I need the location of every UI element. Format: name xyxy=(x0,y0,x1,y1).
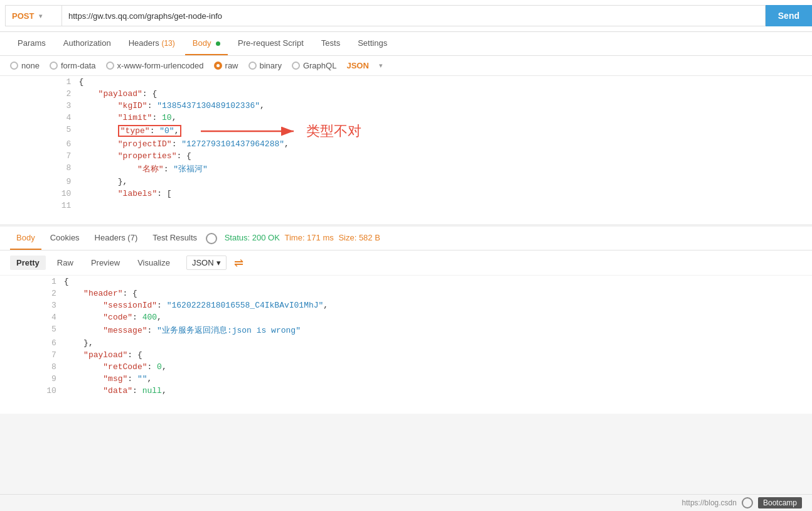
tab-headers[interactable]: Headers (13) xyxy=(121,32,183,55)
resp-tab-headers[interactable]: Headers (7) xyxy=(88,227,144,250)
req-line-5: 5 "type": "0", xyxy=(0,124,812,138)
req-line-1: 1 { xyxy=(0,76,812,88)
resp-format-dropdown[interactable]: JSON ▾ xyxy=(186,255,227,270)
fmt-visualize-btn[interactable]: Visualize xyxy=(131,255,176,270)
status-time-label: Time: 171 ms xyxy=(284,233,333,242)
resp-tab-cookies[interactable]: Cookies xyxy=(44,227,86,250)
url-input[interactable] xyxy=(61,5,766,26)
tab-tests[interactable]: Tests xyxy=(314,32,348,55)
resp-line-5: 5 "message": "业务服务返回消息:json is wrong" xyxy=(0,323,812,337)
fmt-preview-btn[interactable]: Preview xyxy=(85,255,126,270)
radio-graphql[interactable]: GraphQL xyxy=(292,61,336,70)
resp-status-section: Status: 200 OK Time: 171 ms Size: 582 B xyxy=(206,233,380,244)
body-dot-icon xyxy=(216,41,220,46)
resp-line-3: 3 "sessionId": "1620222818016558_C4IkBAv… xyxy=(0,299,812,311)
resp-format-label: JSON xyxy=(192,258,214,267)
req-line-4: 4 "limit": 10, xyxy=(0,112,812,124)
resp-format-bar: Pretty Raw Preview Visualize JSON ▾ ⇌ xyxy=(0,250,812,276)
radio-raw-icon xyxy=(214,62,222,70)
request-code-lines: 1 { 2 "payload": { 3 "kgID": "1385437130… xyxy=(0,76,812,212)
wrap-toggle-btn[interactable]: ⇌ xyxy=(234,256,243,270)
response-code-lines: 1 { 2 "header": { 3 "sessionId": "162022… xyxy=(0,276,812,397)
response-tabs-bar: Body Cookies Headers (7) Test Results St… xyxy=(0,227,812,250)
tab-body[interactable]: Body xyxy=(185,32,228,55)
resp-line-10: 10 "data": null, xyxy=(0,385,812,397)
resp-tab-test-results[interactable]: Test Results xyxy=(146,227,203,250)
resp-tab-body[interactable]: Body xyxy=(10,227,41,250)
url-bar: POST ▾ Send xyxy=(0,0,812,32)
radio-raw[interactable]: raw xyxy=(214,61,238,70)
radio-graphql-icon xyxy=(292,62,300,70)
body-type-bar: none form-data x-www-form-urlencoded raw… xyxy=(0,56,812,76)
resp-line-9: 9 "msg": "", xyxy=(0,373,812,385)
req-line-8: 8 "名称": "张福河" xyxy=(0,162,812,176)
req-line-7: 7 "properties": { xyxy=(0,150,812,162)
radio-form-data-icon xyxy=(50,62,58,70)
response-section: Body Cookies Headers (7) Test Results St… xyxy=(0,227,812,414)
request-tabs-bar: Params Authorization Headers (13) Body P… xyxy=(0,32,812,56)
resp-line-1: 1 { xyxy=(0,276,812,288)
req-line-6: 6 "projectID": "1272793101437964288", xyxy=(0,138,812,150)
tab-settings[interactable]: Settings xyxy=(350,32,395,55)
response-editor: 1 { 2 "header": { 3 "sessionId": "162022… xyxy=(0,276,812,414)
fmt-pretty-btn[interactable]: Pretty xyxy=(10,255,46,270)
resp-line-7: 7 "payload": { xyxy=(0,349,812,361)
req-line-10: 10 "labels": [ xyxy=(0,188,812,200)
tab-params[interactable]: Params xyxy=(10,32,53,55)
req-line-2: 2 "payload": { xyxy=(0,88,812,100)
fmt-raw-btn[interactable]: Raw xyxy=(51,255,80,270)
req-line-9: 9 }, xyxy=(0,176,812,188)
radio-urlencoded[interactable]: x-www-form-urlencoded xyxy=(106,61,204,70)
method-select[interactable]: POST ▾ xyxy=(5,5,61,26)
headers-badge: (13) xyxy=(161,39,174,48)
radio-binary[interactable]: binary xyxy=(248,61,282,70)
resp-format-chevron-icon: ▾ xyxy=(216,258,221,267)
req-line-11: 11 xyxy=(0,200,812,212)
status-size-label: Size: 582 B xyxy=(338,233,380,242)
status-ok-label: Status: 200 OK xyxy=(225,233,280,242)
tab-pre-request[interactable]: Pre-request Script xyxy=(230,32,311,55)
radio-none[interactable]: none xyxy=(10,61,40,70)
globe-icon xyxy=(206,233,217,244)
method-chevron-icon: ▾ xyxy=(39,13,42,19)
resp-line-8: 8 "retCode": 0, xyxy=(0,361,812,373)
resp-line-2: 2 "header": { xyxy=(0,288,812,299)
tab-authorization[interactable]: Authorization xyxy=(56,32,119,55)
request-editor[interactable]: 1 { 2 "payload": { 3 "kgID": "1385437130… xyxy=(0,76,812,227)
radio-urlencoded-icon xyxy=(106,62,114,70)
radio-form-data[interactable]: form-data xyxy=(50,61,96,70)
send-button[interactable]: Send xyxy=(766,5,812,26)
method-label: POST xyxy=(12,11,34,21)
json-format-dropdown[interactable]: ▾ xyxy=(379,62,383,70)
resp-line-6: 6 }, xyxy=(0,337,812,349)
resp-line-4: 4 "code": 400, xyxy=(0,311,812,323)
radio-none-icon xyxy=(10,62,18,70)
radio-binary-icon xyxy=(248,62,257,70)
json-format-label: JSON xyxy=(346,61,368,70)
req-line-3: 3 "kgID": "1385437130489102336", xyxy=(0,100,812,112)
